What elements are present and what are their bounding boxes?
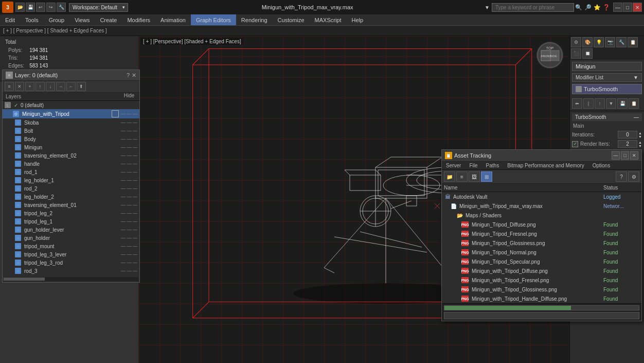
search-icon[interactable]: 🔍 <box>575 4 582 11</box>
list-item[interactable]: ○ rod_2 — — — <box>3 184 139 193</box>
close-button[interactable]: ✕ <box>633 3 642 12</box>
at-table-row[interactable]: 📄 Minigun_with_Tripod_max_vray.max Netwo… <box>442 201 641 211</box>
menu-create[interactable]: Create <box>95 14 122 25</box>
list-item[interactable]: ○ rod_1 — — — <box>3 168 139 176</box>
menu-tools[interactable]: Tools <box>20 14 44 25</box>
list-item[interactable]: ○ tripod_leg_2 — — — <box>3 209 139 217</box>
list-item[interactable]: ○ Body — — — <box>3 135 139 143</box>
mod-tool-5[interactable]: 📋 <box>629 98 639 109</box>
menu-graph-editors[interactable]: Graph Editors <box>191 14 236 25</box>
rp-icon-1[interactable]: 🎨 <box>582 37 593 47</box>
at-table-row[interactable]: PNG Minigun_Tripod_Fresnel.png Found <box>442 229 641 238</box>
rp-icon-2[interactable]: 💡 <box>594 37 604 47</box>
list-item[interactable]: ○ handle — — — <box>3 160 139 168</box>
at-table-row[interactable]: PNG Minigun_Tripod_Glossiness.png Found <box>442 238 641 248</box>
scrollbar-thumb[interactable] <box>4 278 45 281</box>
settings-icon[interactable]: 🔧 <box>57 3 66 12</box>
layers-tool-3[interactable]: ↑ <box>35 82 45 91</box>
at-table-row[interactable]: PNG Minigun_with_Tripod_Glossiness.png F… <box>442 285 641 294</box>
at-close-btn[interactable]: ✕ <box>630 151 638 160</box>
search-input[interactable] <box>492 3 574 12</box>
list-item[interactable]: O Minigun_with_Tripod — — — <box>3 109 139 118</box>
list-item[interactable]: ○ gun_holder_lever — — — <box>3 226 139 234</box>
modifier-list-dropdown[interactable]: Modifier List ▼ <box>572 73 642 82</box>
at-btn-settings[interactable]: ⚙ <box>628 171 639 182</box>
list-item[interactable]: ○ leg_holder_1 — — — <box>3 176 139 184</box>
rp-icon-7[interactable]: 🔲 <box>582 48 593 59</box>
rp-icon-5[interactable]: 📋 <box>628 37 638 47</box>
list-item[interactable]: ○ Bolt — — — <box>3 127 139 135</box>
list-item[interactable]: ○ tripod_mount — — — <box>3 242 139 250</box>
layers-scrollbar[interactable] <box>4 277 138 281</box>
open-icon[interactable]: 📂 <box>15 3 25 12</box>
modifier-entry[interactable]: TurboSmooth <box>572 84 642 94</box>
menu-help[interactable]: Help <box>347 14 369 25</box>
maximize-button[interactable]: □ <box>623 3 632 12</box>
list-item[interactable]: L ✓ 0 (default) <box>3 101 139 109</box>
at-btn-help[interactable]: ? <box>616 171 627 182</box>
at-table-row[interactable]: PNG Minigun_Tripod_Specular.png Found <box>442 257 641 266</box>
save-icon[interactable]: 💾 <box>26 3 35 12</box>
layers-tool-0[interactable]: ≡ <box>5 82 14 91</box>
at-table-row[interactable]: PNG Minigun_with_Tripod_Handle_Diffuse.p… <box>442 294 641 303</box>
layers-tool-7[interactable]: ⬆ <box>77 82 86 91</box>
layers-close-btn[interactable]: ✕ <box>132 72 136 79</box>
at-menu-file[interactable]: File <box>465 162 481 169</box>
at-table-row[interactable]: PNG Minigun_with_Tripod_Fresnel.png Foun… <box>442 275 641 285</box>
at-table-row[interactable]: PNG Minigun_with_Tripod_Diffuse.png Foun… <box>442 266 641 275</box>
zoom-icon[interactable]: 🔎 <box>584 4 592 11</box>
redo-icon[interactable]: ↪ <box>46 3 56 12</box>
rp-icon-3[interactable]: 📷 <box>605 37 615 47</box>
list-item[interactable]: ○ traversing_element_02 — — — <box>3 151 139 160</box>
list-item[interactable]: ○ gun_holder — — — <box>3 234 139 242</box>
ri-up[interactable]: ▲ <box>638 141 642 144</box>
menu-views[interactable]: Views <box>69 14 95 25</box>
rp-icon-6[interactable]: ⬛ <box>571 48 581 59</box>
section-collapse[interactable]: — <box>634 114 639 120</box>
undo-icon[interactable]: ↩ <box>36 3 45 12</box>
menu-customize[interactable]: Customize <box>273 14 310 25</box>
list-item[interactable]: ○ rod_3 — — — <box>3 267 139 275</box>
mod-tool-4[interactable]: 💾 <box>617 98 628 109</box>
rp-icon-0[interactable]: ⚙ <box>571 37 581 47</box>
list-item[interactable]: ○ leg_holder_3 — — — <box>3 275 139 276</box>
layers-tool-5[interactable]: → <box>56 82 65 91</box>
at-btn-list[interactable]: ≡ <box>456 171 468 182</box>
list-item[interactable]: ○ tripod_leg_3_lever — — — <box>3 250 139 258</box>
menu-group[interactable]: Group <box>44 14 70 25</box>
ri-down[interactable]: ▼ <box>638 144 642 148</box>
at-table-row[interactable]: PNG Minigun_Tripod_Diffuse.png Found <box>442 220 641 229</box>
at-menu-paths[interactable]: Paths <box>482 162 504 169</box>
menu-rendering[interactable]: Rendering <box>236 14 273 25</box>
render-iters-checkbox[interactable]: ✓ <box>572 141 578 147</box>
star-icon[interactable]: ⭐ <box>594 4 601 11</box>
at-table-row[interactable]: PNG Minigun_Tripod_Normal.png Found <box>442 248 641 257</box>
at-btn-grid[interactable]: ⊞ <box>481 171 492 182</box>
at-btn-folder[interactable]: 📁 <box>444 171 455 182</box>
layers-tool-2[interactable]: + <box>25 82 34 91</box>
at-menu-options[interactable]: Options <box>588 162 614 169</box>
help-icon[interactable]: ❓ <box>603 4 610 11</box>
layers-help-btn[interactable]: ? <box>127 72 130 79</box>
at-minimize-btn[interactable]: — <box>612 151 620 160</box>
at-maximize-btn[interactable]: □ <box>621 151 629 160</box>
list-item[interactable]: ○ tripod_leg_3_rod — — — <box>3 258 139 267</box>
mod-tool-3[interactable]: ▼ <box>606 98 616 109</box>
menu-maxscript[interactable]: MAXScript <box>310 14 347 25</box>
list-item[interactable]: ○ Minigun — — — <box>3 143 139 151</box>
list-item[interactable]: ○ traversing_element_01 — — — <box>3 201 139 209</box>
menu-edit[interactable]: Edit <box>0 14 20 25</box>
menu-animation[interactable]: Animation <box>155 14 191 25</box>
iter-down[interactable]: ▼ <box>638 135 642 139</box>
at-menu-server[interactable]: Server <box>442 162 465 169</box>
rp-icon-4[interactable]: 🔧 <box>616 37 627 47</box>
list-item[interactable]: ○ leg_holder_2 — — — <box>3 193 139 201</box>
layers-tool-4[interactable]: ↓ <box>46 82 55 91</box>
dropdown-arrow[interactable]: ▼ <box>485 5 490 10</box>
mod-tool-0[interactable]: ⬅ <box>572 98 582 109</box>
iterations-input[interactable] <box>618 131 637 139</box>
list-item[interactable]: ○ tripod_leg_1 — — — <box>3 217 139 226</box>
at-table-row[interactable]: 📂 Maps / Shaders <box>442 211 641 220</box>
list-item[interactable]: ○ Skoba — — — <box>3 118 139 127</box>
workspace-selector[interactable]: Workspace: Default ▼ <box>69 3 128 12</box>
